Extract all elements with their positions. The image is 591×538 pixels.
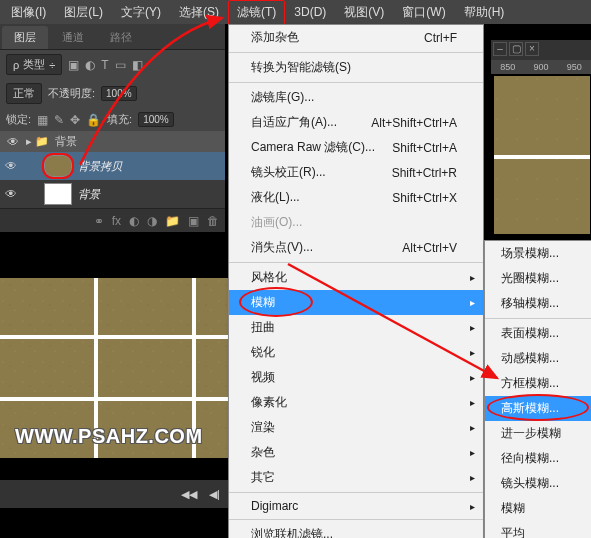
layer-name[interactable]: 背景 <box>78 187 100 202</box>
ruler-tick: 850 <box>500 62 515 72</box>
blur-lens[interactable]: 镜头模糊... <box>485 471 591 496</box>
ruler: 850 900 950 <box>491 60 591 74</box>
folder-new-icon[interactable]: 📁 <box>165 214 180 228</box>
blur-surface[interactable]: 表面模糊... <box>485 321 591 346</box>
menu-image[interactable]: 图像(I) <box>2 0 55 25</box>
layer-row[interactable]: 👁 背景拷贝 <box>0 152 225 180</box>
filter-distort[interactable]: 扭曲 <box>229 315 483 340</box>
blur-field[interactable]: 场景模糊... <box>485 241 591 266</box>
blend-mode[interactable]: 正常 <box>6 83 42 104</box>
folder-icon[interactable]: ▸ 📁 <box>26 135 49 148</box>
menubar: 图像(I) 图层(L) 文字(Y) 选择(S) 滤镜(T) 3D(D) 视图(V… <box>0 0 591 24</box>
filter-image-icon[interactable]: ▣ <box>68 58 79 72</box>
opacity-label: 不透明度: <box>48 86 95 101</box>
filter-noise[interactable]: 杂色 <box>229 440 483 465</box>
layer-row[interactable]: 👁 背景 <box>0 180 225 208</box>
blur-blur[interactable]: 模糊 <box>485 496 591 521</box>
filter-smart-icon[interactable]: ◧ <box>132 58 143 72</box>
layer-thumb[interactable] <box>44 155 72 177</box>
filter-lens-correction[interactable]: 镜头校正(R)...Shift+Ctrl+R <box>229 160 483 185</box>
menu-view[interactable]: 视图(V) <box>335 0 393 25</box>
filter-recent[interactable]: 添加杂色Ctrl+F <box>229 25 483 50</box>
watermark: WWW.PSAHZ.COM <box>15 425 203 448</box>
filter-dropdown: 添加杂色Ctrl+F 转换为智能滤镜(S) 滤镜库(G)... 自适应广角(A)… <box>228 24 484 538</box>
visibility-icon[interactable]: 👁 <box>4 187 18 201</box>
maximize-icon[interactable]: ▢ <box>509 42 523 56</box>
filter-gallery[interactable]: 滤镜库(G)... <box>229 85 483 110</box>
blur-gaussian[interactable]: 高斯模糊... <box>485 396 591 421</box>
menu-help[interactable]: 帮助(H) <box>455 0 514 25</box>
filter-oil-paint: 油画(O)... <box>229 210 483 235</box>
filter-pixelate[interactable]: 像素化 <box>229 390 483 415</box>
filter-blur[interactable]: 模糊 <box>229 290 483 315</box>
tab-channels[interactable]: 通道 <box>50 26 96 49</box>
filter-render[interactable]: 渲染 <box>229 415 483 440</box>
filter-vanishing[interactable]: 消失点(V)...Alt+Ctrl+V <box>229 235 483 260</box>
mask-icon[interactable]: ◐ <box>129 214 139 228</box>
kind-filter-label: 类型 <box>23 57 45 72</box>
shortcut: Ctrl+F <box>424 31 457 45</box>
blur-iris[interactable]: 光圈模糊... <box>485 266 591 291</box>
opacity-value[interactable]: 100% <box>101 86 137 101</box>
new-layer-icon[interactable]: ▣ <box>188 214 199 228</box>
shortcut: Alt+Ctrl+V <box>402 241 457 255</box>
ruler-tick: 950 <box>567 62 582 72</box>
filter-other[interactable]: 其它 <box>229 465 483 490</box>
blur-motion[interactable]: 动感模糊... <box>485 346 591 371</box>
menu-layer[interactable]: 图层(L) <box>55 0 112 25</box>
menu-select[interactable]: 选择(S) <box>170 0 228 25</box>
filter-camera-raw[interactable]: Camera Raw 滤镜(C)...Shift+Ctrl+A <box>229 135 483 160</box>
ruler-tick: 900 <box>533 62 548 72</box>
blur-box[interactable]: 方框模糊... <box>485 371 591 396</box>
shortcut: Alt+Shift+Ctrl+A <box>371 116 457 130</box>
kind-filter[interactable]: ρ 类型 ÷ <box>6 54 62 75</box>
fill-label: 填充: <box>107 112 132 127</box>
layers-panel: 图层 通道 路径 ρ 类型 ÷ ▣ ◐ T ▭ ◧ 正常 不透明度: 100% … <box>0 24 225 232</box>
fill-value[interactable]: 100% <box>138 112 174 127</box>
tab-layers[interactable]: 图层 <box>2 26 48 49</box>
blur-more[interactable]: 进一步模糊 <box>485 421 591 446</box>
filter-adjust-icon[interactable]: ◐ <box>85 58 95 72</box>
blur-submenu: 场景模糊... 光圈模糊... 移轴模糊... 表面模糊... 动感模糊... … <box>484 240 591 538</box>
group-name[interactable]: 背景 <box>55 134 77 149</box>
visibility-icon[interactable]: 👁 <box>6 135 20 149</box>
filter-video[interactable]: 视频 <box>229 365 483 390</box>
menu-type[interactable]: 文字(Y) <box>112 0 170 25</box>
tab-paths[interactable]: 路径 <box>98 26 144 49</box>
trash-icon[interactable]: 🗑 <box>207 214 219 228</box>
panel-tabs: 图层 通道 路径 <box>0 24 225 50</box>
fx-icon[interactable]: fx <box>112 214 121 228</box>
visibility-icon[interactable]: 👁 <box>4 159 18 173</box>
blur-tiltshift[interactable]: 移轴模糊... <box>485 291 591 316</box>
filter-convert-smart[interactable]: 转换为智能滤镜(S) <box>229 55 483 80</box>
blur-average[interactable]: 平均 <box>485 521 591 538</box>
filter-liquify[interactable]: 液化(L)...Shift+Ctrl+X <box>229 185 483 210</box>
prev-frame-icon[interactable]: ◀| <box>209 488 220 501</box>
menu-window[interactable]: 窗口(W) <box>393 0 454 25</box>
menu-filter[interactable]: 滤镜(T) <box>228 0 285 25</box>
filter-browse-online[interactable]: 浏览联机滤镜... <box>229 522 483 538</box>
menu-3d[interactable]: 3D(D) <box>285 1 335 23</box>
lock-transparent-icon[interactable]: ▦ <box>37 113 48 127</box>
shortcut: Shift+Ctrl+A <box>392 141 457 155</box>
minimize-icon[interactable]: – <box>493 42 507 56</box>
adjustment-icon[interactable]: ◑ <box>147 214 157 228</box>
filter-adaptive-wide[interactable]: 自适应广角(A)...Alt+Shift+Ctrl+A <box>229 110 483 135</box>
link-icon[interactable]: ⚭ <box>94 214 104 228</box>
filter-type-icon[interactable]: T <box>101 58 108 72</box>
filter-digimarc[interactable]: Digimarc <box>229 495 483 517</box>
lock-all-icon[interactable]: 🔒 <box>86 113 101 127</box>
canvas-secondary <box>494 76 590 234</box>
filter-shape-icon[interactable]: ▭ <box>115 58 126 72</box>
filter-stylize[interactable]: 风格化 <box>229 265 483 290</box>
lock-paint-icon[interactable]: ✎ <box>54 113 64 127</box>
lock-move-icon[interactable]: ✥ <box>70 113 80 127</box>
close-icon[interactable]: × <box>525 42 539 56</box>
filter-sharpen[interactable]: 锐化 <box>229 340 483 365</box>
shortcut: Shift+Ctrl+R <box>392 166 457 180</box>
shortcut: Shift+Ctrl+X <box>392 191 457 205</box>
layer-thumb[interactable] <box>44 183 72 205</box>
layer-name[interactable]: 背景拷贝 <box>78 159 122 174</box>
step-back-icon[interactable]: ◀◀ <box>181 488 197 501</box>
blur-radial[interactable]: 径向模糊... <box>485 446 591 471</box>
